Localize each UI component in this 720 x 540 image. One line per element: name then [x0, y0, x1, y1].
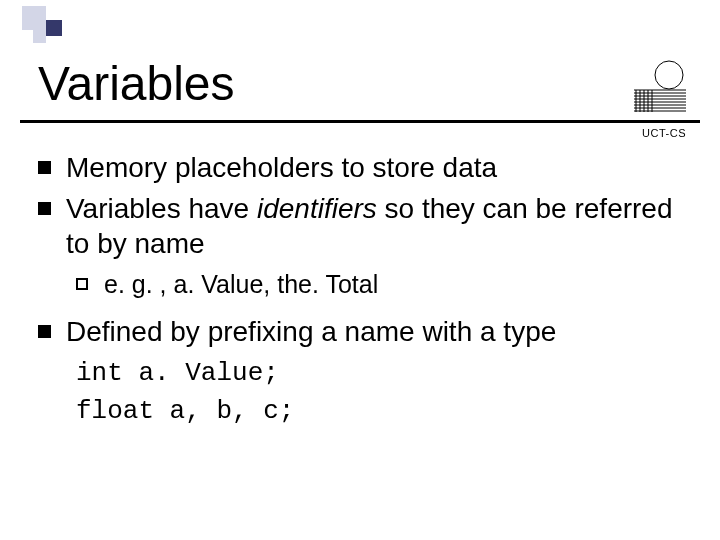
code-block: int a. Value; float a, b, c; — [76, 355, 690, 430]
bullet-text-pre: Variables have — [66, 193, 257, 224]
bullet-text-em: identifiers — [257, 193, 377, 224]
bullet-text: Memory placeholders to store data — [66, 152, 497, 183]
brand-label: UCT-CS — [642, 127, 686, 139]
slide-title: Variables — [38, 56, 235, 111]
bullet-item: Variables have identifiers so they can b… — [38, 191, 690, 261]
sub-bullet-item: e. g. , a. Value, the. Total — [38, 269, 690, 300]
bullet-item: Defined by prefixing a name with a type — [38, 314, 690, 349]
uct-logo-icon — [634, 60, 686, 112]
bullet-item: Memory placeholders to store data — [38, 150, 690, 185]
bullet-text: Defined by prefixing a name with a type — [66, 316, 556, 347]
sub-bullet-text: e. g. , a. Value, the. Total — [104, 270, 378, 298]
code-line: int a. Value; — [76, 355, 690, 393]
code-line: float a, b, c; — [76, 393, 690, 431]
title-rule — [20, 120, 700, 123]
slide: Variables UCT-CS — [0, 0, 720, 540]
content-area: Memory placeholders to store data Variab… — [38, 150, 690, 431]
corner-decoration — [22, 6, 68, 52]
